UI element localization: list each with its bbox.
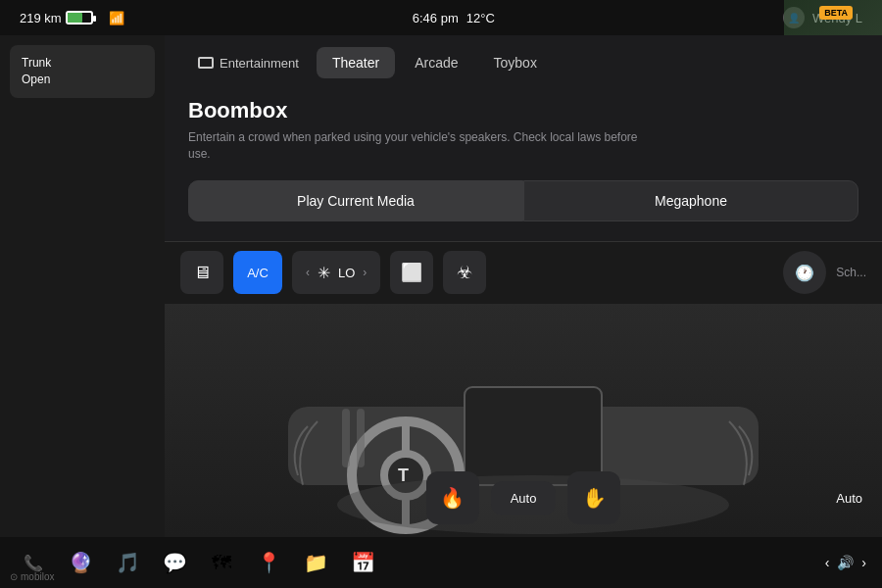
spotify-icon-button[interactable]: 🎵: [110, 545, 145, 580]
battery-fill: [68, 13, 83, 23]
tab-theater[interactable]: Theater: [317, 47, 395, 78]
fan-increase-button[interactable]: ›: [363, 266, 367, 279]
boombox-buttons: Play Current Media Megaphone: [188, 180, 858, 221]
seat-heat-right-button[interactable]: ✋: [567, 471, 620, 524]
play-current-media-button[interactable]: Play Current Media: [188, 180, 523, 221]
volume-icon: 🔊: [837, 555, 854, 570]
volume-control: ‹ 🔊 ›: [825, 555, 866, 570]
prev-button[interactable]: ‹: [825, 555, 830, 570]
bottom-overlay-controls: 🔥 Auto ✋ Auto: [165, 459, 882, 537]
screen-icon-button[interactable]: 🖥: [180, 251, 223, 294]
fan-control: ‹ ✳ LO ›: [292, 251, 380, 294]
camera-icon-button[interactable]: 🔮: [63, 545, 98, 580]
left-sidebar: TrunkOpen: [0, 35, 165, 588]
boombox-description: Entertain a crowd when parked using your…: [188, 129, 659, 163]
biohazard-button[interactable]: ☣: [443, 251, 486, 294]
auto-label: Auto: [511, 491, 537, 506]
mobilox-logo: ⊙ mobilox: [10, 571, 54, 582]
time-display: 6:46 pm: [413, 11, 459, 25]
tv-icon: [198, 57, 214, 69]
mobilox-circle: ⊙: [10, 571, 18, 582]
signal-icon: 📶: [109, 11, 124, 25]
location-icon-button[interactable]: 📍: [251, 545, 286, 580]
main-content: TrunkOpen Entertainment Theater Arcade T…: [0, 35, 882, 588]
tab-entertainment[interactable]: Entertainment: [184, 48, 313, 78]
fan-decrease-button[interactable]: ‹: [306, 266, 310, 279]
clock-button[interactable]: 🕐: [783, 251, 826, 294]
range-display: 219 km: [20, 11, 93, 25]
status-bar: 219 km 📶 6:46 pm 12°C 👤 Wendy L BETA: [0, 0, 882, 35]
tab-toybox[interactable]: Toybox: [478, 47, 553, 78]
auto-button[interactable]: Auto: [491, 481, 557, 515]
messages-icon-button[interactable]: 💬: [157, 545, 192, 580]
boombox-section: Boombox Entertain a crowd when parked us…: [165, 78, 882, 241]
calendar-icon-button[interactable]: 📅: [345, 545, 380, 580]
taskbar: 📞 🔮 🎵 💬 🗺 📍 📁 📅 ‹ 🔊 › ⊙ mobilox: [0, 537, 882, 588]
auto-label-right: Auto: [836, 491, 862, 506]
beta-badge: BETA: [819, 6, 853, 20]
battery-icon: [66, 11, 93, 24]
megaphone-button[interactable]: Megaphone: [523, 180, 858, 221]
tab-arcade-label: Arcade: [415, 55, 458, 71]
ac-button[interactable]: A/C: [233, 251, 282, 294]
main-panel: Entertainment Theater Arcade Toybox Boom…: [165, 35, 882, 588]
fan-icon: ✳: [318, 264, 330, 282]
fan-speed-label: LO: [338, 266, 355, 280]
mobilox-label: mobilox: [21, 571, 54, 582]
boombox-title: Boombox: [188, 98, 858, 123]
maps-icon-button[interactable]: 🗺: [204, 545, 239, 580]
seat-heat-left-button[interactable]: 🔥: [426, 471, 479, 524]
tab-nav: Entertainment Theater Arcade Toybox: [165, 35, 882, 78]
climate-bar: 🖥 A/C ‹ ✳ LO › ⬜ ☣ 🕐 Sch...: [165, 241, 882, 304]
tab-theater-label: Theater: [332, 55, 379, 71]
range-text: 219 km: [20, 11, 62, 25]
ac-label: A/C: [247, 266, 269, 280]
files-icon-button[interactable]: 📁: [298, 545, 333, 580]
tab-entertainment-label: Entertainment: [220, 56, 299, 71]
schedule-label: Sch...: [836, 266, 866, 279]
temp-display: 12°C: [466, 11, 495, 25]
tab-toybox-label: Toybox: [494, 55, 537, 71]
tab-arcade[interactable]: Arcade: [399, 47, 473, 78]
status-center: 6:46 pm 12°C: [140, 11, 767, 25]
trunk-open-button[interactable]: TrunkOpen: [10, 45, 155, 98]
next-button[interactable]: ›: [861, 555, 866, 570]
trunk-open-label: TrunkOpen: [22, 56, 51, 86]
recirculation-button[interactable]: ⬜: [390, 251, 433, 294]
